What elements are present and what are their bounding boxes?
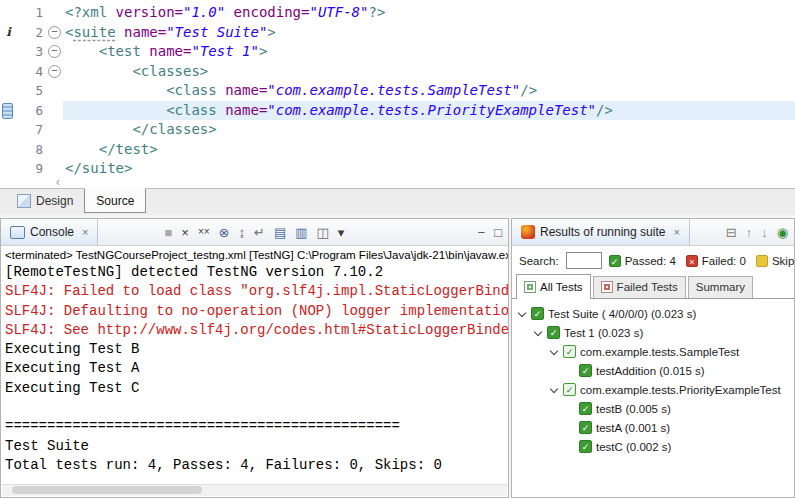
console-line: SLF4J: Defaulting to no-operation (NOP) … bbox=[5, 302, 508, 321]
close-results-tab-icon[interactable]: × bbox=[673, 227, 679, 238]
console-tabbar: Console × ■×××⊗↨↵▤▥◫▾ −□ bbox=[1, 219, 508, 246]
scroll-left-icon[interactable]: ‹ bbox=[56, 175, 60, 188]
results-toolbar: ⊟↑↓◉ bbox=[720, 219, 794, 245]
passed-counter: ✓Passed: 4 bbox=[609, 255, 676, 267]
previous-failure-icon[interactable]: ↑ bbox=[746, 226, 753, 239]
minimize-icon[interactable]: − bbox=[478, 226, 486, 239]
results-counters: ✓Passed: 4×Failed: 0Skipped: 0 bbox=[609, 255, 794, 267]
page-tab-label: Source bbox=[96, 194, 134, 208]
results-search-row: Search: ✓Passed: 4×Failed: 0Skipped: 0 bbox=[512, 246, 794, 274]
remove-launch-icon[interactable]: × bbox=[181, 226, 189, 239]
next-failure-icon[interactable]: ↓ bbox=[761, 226, 768, 239]
code-line: 9</suite> bbox=[0, 159, 795, 179]
console-hscrollbar[interactable] bbox=[2, 484, 507, 496]
expand-chevron-icon[interactable] bbox=[548, 346, 559, 357]
testng-icon bbox=[521, 225, 535, 239]
tree-item-label: testA (0.001 s) bbox=[596, 422, 670, 434]
console-line: Executing Test C bbox=[5, 379, 508, 398]
line-number: 3 bbox=[17, 44, 48, 59]
tree-item[interactable]: ✓testC (0.002 s) bbox=[512, 437, 794, 456]
tree-item[interactable]: ✓testAddition (0.015 s) bbox=[512, 361, 794, 380]
expand-chevron-icon[interactable] bbox=[548, 384, 559, 395]
code-text[interactable]: <test name="Test 1"> bbox=[63, 42, 795, 62]
collapse-all-icon[interactable]: ⊟ bbox=[726, 226, 737, 239]
collapse-toggle-icon[interactable]: − bbox=[48, 65, 61, 78]
show-stdout-console-icon[interactable]: ▤ bbox=[274, 226, 286, 239]
tree-item[interactable]: ✓Test Suite ( 4/0/0/0) (0.023 s) bbox=[512, 304, 794, 323]
close-console-tab-icon[interactable]: × bbox=[82, 227, 88, 238]
remove-all-terminated-icon[interactable]: ×× bbox=[198, 227, 210, 237]
tree-item[interactable]: ✓com.example.tests.SampleTest bbox=[512, 342, 794, 361]
collapse-toggle-icon[interactable]: − bbox=[48, 26, 61, 39]
collapse-toggle-icon[interactable]: − bbox=[48, 45, 61, 58]
code-line: 4− <classes> bbox=[0, 62, 795, 82]
code-text[interactable]: </classes> bbox=[63, 120, 795, 140]
failed-icon: × bbox=[686, 255, 698, 267]
method-icon: ✓ bbox=[579, 440, 592, 453]
all-tests-icon bbox=[524, 281, 536, 293]
tree-indent-spacer bbox=[564, 403, 575, 414]
console-view: Console × ■×××⊗↨↵▤▥◫▾ −□ <terminated> Te… bbox=[0, 218, 509, 498]
testng-results-view: Results of running suite × ⊟↑↓◉ Search: … bbox=[511, 218, 795, 498]
terminate-icon[interactable]: ■ bbox=[164, 226, 172, 239]
skipped-counter: Skipped: 0 bbox=[756, 255, 794, 267]
console-line: ========================================… bbox=[5, 417, 508, 436]
tab-label: Failed Tests bbox=[617, 281, 678, 293]
rerun-test-icon[interactable]: ◉ bbox=[777, 226, 788, 239]
tab-all-tests[interactable]: All Tests bbox=[516, 274, 591, 299]
page-tab-source[interactable]: Source bbox=[84, 188, 146, 213]
method-icon: ✓ bbox=[579, 402, 592, 415]
line-number: 6 bbox=[17, 103, 48, 118]
results-tab[interactable]: Results of running suite × bbox=[512, 219, 690, 245]
code-line: 1<?xml version="1.0" encoding="UTF-8"?> bbox=[0, 3, 795, 23]
method-icon: ✓ bbox=[579, 364, 592, 377]
failed-counter: ×Failed: 0 bbox=[686, 255, 746, 267]
maximize-icon[interactable]: □ bbox=[494, 226, 502, 239]
page-tab-label: Design bbox=[36, 194, 73, 208]
results-tab-label: Results of running suite bbox=[540, 225, 665, 239]
code-text[interactable]: <suite name="Test Suite"> bbox=[63, 23, 795, 43]
code-text[interactable]: <class name="com.example.tests.SampleTes… bbox=[63, 81, 795, 101]
code-text[interactable]: <class name="com.example.tests.PriorityE… bbox=[63, 101, 795, 121]
tree-item[interactable]: ✓com.example.tests.PriorityExampleTest bbox=[512, 380, 794, 399]
line-number: 2 bbox=[17, 25, 48, 40]
code-text[interactable]: <?xml version="1.0" encoding="UTF-8"?> bbox=[63, 3, 795, 23]
expand-chevron-icon[interactable] bbox=[532, 327, 543, 338]
skipped-icon bbox=[756, 255, 768, 267]
scrollbar-thumb[interactable] bbox=[12, 486, 202, 494]
tree-item-label: Test 1 (0.023 s) bbox=[564, 327, 643, 339]
code-text[interactable]: </suite> bbox=[63, 159, 795, 179]
tree-item[interactable]: ✓testA (0.001 s) bbox=[512, 418, 794, 437]
scroll-lock-icon[interactable]: ↨ bbox=[239, 226, 246, 239]
info-marker-icon: i bbox=[3, 25, 14, 39]
code-text[interactable]: <classes> bbox=[63, 62, 795, 82]
tree-item[interactable]: ✓testB (0.005 s) bbox=[512, 399, 794, 418]
line-number: 7 bbox=[17, 122, 48, 137]
tree-indent-spacer bbox=[564, 365, 575, 376]
show-stderr-console-icon[interactable]: ▥ bbox=[295, 226, 307, 239]
open-console-dropdown-icon[interactable]: ▾ bbox=[338, 226, 345, 239]
results-tree: ✓Test Suite ( 4/0/0/0) (0.023 s)✓Test 1 … bbox=[512, 299, 794, 456]
clear-console-icon[interactable]: ⊗ bbox=[219, 226, 230, 239]
console-line: Executing Test A bbox=[5, 359, 508, 378]
tree-item-label: com.example.tests.SampleTest bbox=[580, 346, 739, 358]
expand-chevron-icon[interactable] bbox=[516, 308, 527, 319]
search-input[interactable] bbox=[566, 252, 602, 269]
code-line: 3− <test name="Test 1"> bbox=[0, 42, 795, 62]
page-tab-design[interactable]: Design bbox=[6, 189, 84, 212]
console-tab[interactable]: Console × bbox=[1, 219, 98, 245]
tab-failed-tests[interactable]: Failed Tests bbox=[593, 276, 686, 298]
tab-summary[interactable]: Summary bbox=[688, 276, 753, 298]
console-toolbar: ■×××⊗↨↵▤▥◫▾ bbox=[158, 219, 350, 245]
code-text[interactable]: </test> bbox=[63, 140, 795, 160]
tree-item-label: com.example.tests.PriorityExampleTest bbox=[580, 384, 781, 396]
console-output[interactable]: [RemoteTestNG] detected TestNG version 7… bbox=[1, 262, 508, 487]
code-line: 5 <class name="com.example.tests.SampleT… bbox=[0, 81, 795, 101]
xml-source-editor[interactable]: 1<?xml version="1.0" encoding="UTF-8"?>i… bbox=[0, 0, 795, 188]
eclipse-workbench: 1<?xml version="1.0" encoding="UTF-8"?>i… bbox=[0, 0, 795, 498]
pin-console-icon[interactable]: ◫ bbox=[317, 226, 329, 239]
word-wrap-icon[interactable]: ↵ bbox=[254, 226, 265, 239]
console-line bbox=[5, 398, 508, 417]
current-line-marker bbox=[2, 103, 13, 119]
tree-item[interactable]: ✓Test 1 (0.023 s) bbox=[512, 323, 794, 342]
